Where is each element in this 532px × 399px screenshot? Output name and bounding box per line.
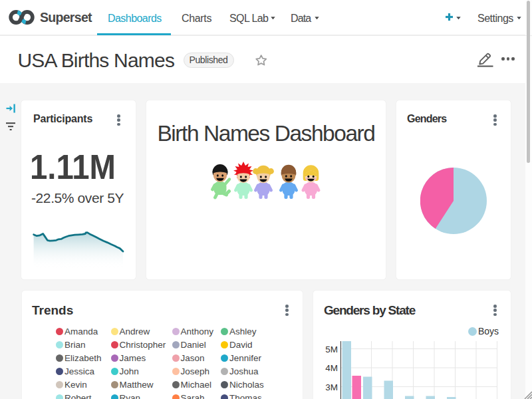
svg-text:4M: 4M (325, 363, 338, 373)
svg-text:5M: 5M (325, 344, 338, 354)
svg-text:3M: 3M (325, 382, 338, 392)
